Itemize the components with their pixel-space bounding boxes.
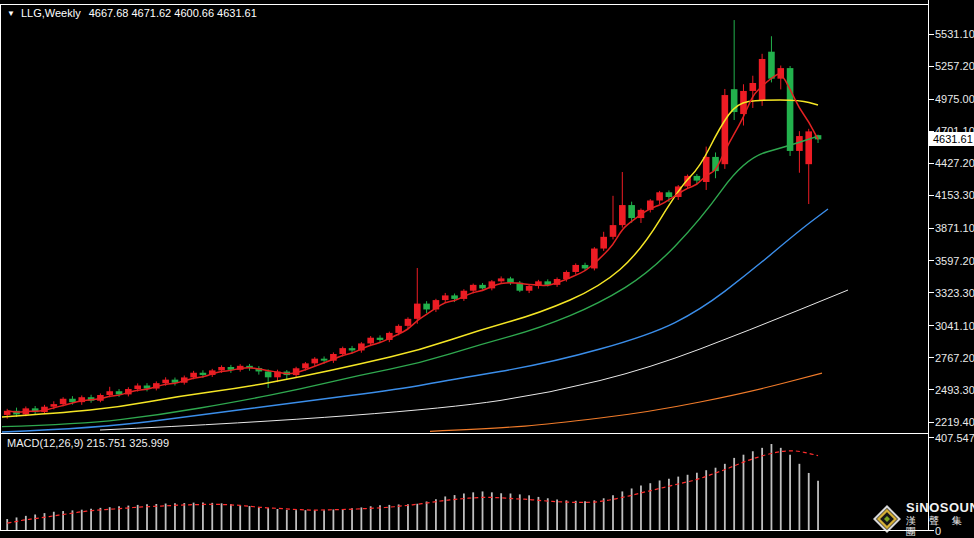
candle-body <box>228 367 235 370</box>
candle-body <box>13 411 20 415</box>
candle-body <box>190 373 197 378</box>
ma-fast-red <box>7 74 818 412</box>
candle-body <box>656 192 663 200</box>
candle-body <box>600 237 607 249</box>
logo-brand-text: SiNOSOUND <box>906 501 974 514</box>
chevron-down-icon[interactable]: ▼ <box>7 9 15 18</box>
chart-canvas[interactable] <box>0 0 974 538</box>
price-axis-label: 4153.30 <box>935 190 974 201</box>
candle-body <box>414 304 421 319</box>
macd-axis-label: 0 <box>935 526 941 537</box>
candle-body <box>489 281 496 288</box>
candle-body <box>32 408 39 412</box>
candle-body <box>544 281 551 285</box>
candle-body <box>554 279 561 285</box>
candle-body <box>265 371 272 377</box>
candle-body <box>209 370 216 375</box>
candle-body <box>358 343 365 350</box>
candle-body <box>78 397 85 402</box>
sinosound-logo: SiNOSOUND 漢 聲 集 團 <box>872 501 974 537</box>
candle-body <box>647 201 654 210</box>
candle-body <box>591 249 598 269</box>
candle-body <box>60 399 67 404</box>
candle-body <box>442 295 449 300</box>
price-axis-label: 2767.20 <box>935 352 974 363</box>
candle-body <box>768 52 775 79</box>
candle-body <box>517 283 524 291</box>
candle-body <box>628 205 635 218</box>
ma-orange <box>430 373 822 431</box>
macd-axis-label: 407.547 <box>935 433 974 444</box>
candle-body <box>759 59 766 101</box>
candle-body <box>218 367 225 370</box>
candle-body <box>97 395 104 401</box>
candle-body <box>526 286 533 291</box>
candle-body <box>582 265 589 269</box>
candle-body <box>88 397 95 401</box>
macd-signal-line <box>7 451 818 523</box>
candle-body <box>479 285 486 289</box>
candle-body <box>386 333 393 340</box>
price-axis-label: 2493.30 <box>935 384 974 395</box>
candle-body <box>740 91 747 114</box>
price-axis-label: 4427.20 <box>935 158 974 169</box>
price-axis-label: 3597.20 <box>935 255 974 266</box>
candle-body <box>395 326 402 333</box>
ma-green <box>2 136 818 427</box>
candle-body <box>796 136 803 151</box>
symbol-period-label: LLG,Weekly <box>21 7 81 19</box>
candle-body <box>451 295 458 299</box>
candle-body <box>302 363 309 368</box>
candle-body <box>41 407 48 412</box>
candle-body <box>535 281 542 286</box>
candle-body <box>293 368 300 375</box>
candle-body <box>256 368 263 371</box>
candle-body <box>321 359 328 361</box>
candle-body <box>367 338 374 344</box>
candle-body <box>433 300 440 309</box>
candle-body <box>349 348 356 350</box>
price-axis-label: 3323.30 <box>935 287 974 298</box>
candle-body <box>153 383 160 388</box>
candle-body <box>69 399 76 402</box>
candle-body <box>51 404 58 407</box>
candle-body <box>377 338 384 340</box>
candle-body <box>750 83 757 91</box>
ohlc-values-label: 4667.68 4671.62 4600.66 4631.61 <box>89 7 257 19</box>
candle-body <box>572 265 579 272</box>
candle-body <box>712 157 719 171</box>
candle-body <box>470 285 477 291</box>
candle-body <box>172 380 179 383</box>
ma-blue <box>2 209 828 432</box>
price-axis-label: 3871.10 <box>935 223 974 234</box>
candle-body <box>423 304 430 310</box>
price-axis-label: 2219.40 <box>935 417 974 428</box>
chart-window: SiNOSOUND 漢 聲 集 團 ▼ LLG,Weekly 4667.68 4… <box>0 0 974 538</box>
candle-body <box>777 68 784 79</box>
ma-white <box>100 290 848 430</box>
candle-body <box>116 391 123 394</box>
price-axis-label: 3041.10 <box>935 320 974 331</box>
current-price-tag: 4631.61 <box>929 132 974 146</box>
candle-body <box>703 157 710 182</box>
candle-body <box>610 225 617 237</box>
candle-body <box>200 373 207 375</box>
price-axis-label: 5257.20 <box>935 61 974 72</box>
macd-indicator-label: MACD(12,26,9) 215.751 325.999 <box>7 437 169 449</box>
candle-body <box>666 192 673 197</box>
candle-body <box>162 380 169 384</box>
candle-body <box>805 131 812 164</box>
candle-body <box>274 372 281 378</box>
candle-body <box>284 372 291 376</box>
candle-body <box>507 278 514 282</box>
candle-body <box>134 386 141 390</box>
candle-body <box>181 377 188 382</box>
candle-body <box>106 391 113 395</box>
sinosound-diamond-icon <box>872 504 902 534</box>
candle-body <box>619 205 626 225</box>
candle-body <box>563 272 570 279</box>
candle-body <box>330 354 337 361</box>
ma-yellow <box>2 100 818 417</box>
candle-body <box>787 68 794 151</box>
candle-body <box>694 176 701 181</box>
